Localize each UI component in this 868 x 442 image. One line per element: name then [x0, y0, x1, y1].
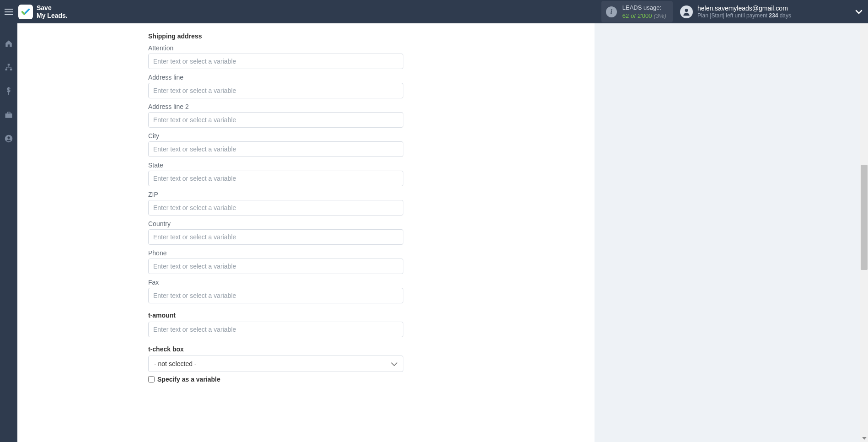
label-fax: Fax: [148, 279, 403, 286]
menu-toggle[interactable]: [0, 0, 17, 23]
user-menu[interactable]: helen.savemyleads@gmail.com Plan |Start|…: [680, 4, 791, 20]
field-fax: Fax: [148, 279, 403, 303]
svg-rect-1: [8, 64, 10, 66]
field-attention: Attention: [148, 44, 403, 69]
field-address-line: Address line: [148, 74, 403, 98]
field-country: Country: [148, 220, 403, 245]
label-address-line2: Address line 2: [148, 103, 403, 110]
input-phone[interactable]: [148, 259, 403, 274]
field-city: City: [148, 132, 403, 157]
field-state: State: [148, 162, 403, 186]
input-address-line[interactable]: [148, 83, 403, 98]
input-fax[interactable]: [148, 288, 403, 303]
label-zip: ZIP: [148, 191, 403, 198]
label-address-line: Address line: [148, 74, 403, 81]
input-zip[interactable]: [148, 200, 403, 216]
label-phone: Phone: [148, 249, 403, 257]
logo-text: Save My Leads.: [37, 4, 68, 20]
logo-icon: [18, 5, 33, 19]
label-t-checkbox: t-check box: [148, 345, 403, 353]
section-title: Shipping address: [148, 32, 403, 40]
form-column: Shipping address Attention Address line …: [148, 32, 403, 383]
checkbox-specify-variable[interactable]: [148, 376, 155, 383]
usage-of: of: [631, 12, 636, 20]
input-address-line2[interactable]: [148, 112, 403, 128]
user-circle-icon: [5, 135, 13, 143]
field-address-line2: Address line 2: [148, 103, 403, 128]
user-plan: Plan |Start| left until payment 234 days: [697, 12, 791, 20]
sitemap-icon: [5, 63, 13, 71]
checkbox-label: Specify as a variable: [157, 376, 220, 383]
dollar-icon: [6, 87, 11, 95]
info-icon: i: [606, 6, 617, 17]
scroll-down-icon[interactable]: [860, 434, 868, 442]
usage-text: LEADS usage: 62 of 2'000 (3%): [622, 4, 666, 20]
select-value: - not selected -: [154, 360, 197, 367]
field-t-amount: [148, 322, 403, 337]
sidebar-item-account[interactable]: [0, 132, 17, 145]
input-state[interactable]: [148, 171, 403, 186]
svg-point-6: [7, 136, 10, 139]
chevron-down-icon: [855, 10, 863, 14]
usage-label: LEADS usage:: [622, 4, 666, 12]
svg-rect-3: [10, 69, 12, 70]
topbar: Save My Leads. i LEADS usage: 62 of 2'00…: [0, 0, 868, 23]
sidebar: [0, 23, 17, 442]
expand-toggle[interactable]: [855, 8, 863, 16]
field-zip: ZIP: [148, 191, 403, 216]
sidebar-item-home[interactable]: [0, 37, 17, 50]
specify-variable-row: Specify as a variable: [148, 376, 403, 383]
input-attention[interactable]: [148, 54, 403, 69]
svg-point-0: [685, 9, 688, 12]
svg-rect-2: [5, 69, 8, 70]
label-country: Country: [148, 220, 403, 227]
input-city[interactable]: [148, 141, 403, 157]
chevron-down-icon: [391, 360, 397, 367]
briefcase-icon: [5, 111, 13, 119]
logo[interactable]: Save My Leads.: [18, 4, 68, 20]
user-email: helen.savemyleads@gmail.com: [697, 4, 791, 12]
main-area: Shipping address Attention Address line …: [17, 23, 868, 442]
user-icon: [682, 7, 691, 16]
sidebar-item-partner[interactable]: [0, 108, 17, 121]
sidebar-item-billing[interactable]: [0, 85, 17, 97]
home-icon: [5, 39, 13, 48]
usage-total: 2'000: [638, 12, 652, 20]
input-country[interactable]: [148, 229, 403, 245]
usage-current: 62: [622, 12, 629, 20]
sidebar-item-connections[interactable]: [0, 61, 17, 74]
scrollbar[interactable]: [860, 0, 868, 442]
field-phone: Phone: [148, 249, 403, 274]
label-attention: Attention: [148, 44, 403, 52]
usage-pct: (3%): [654, 12, 666, 20]
avatar: [680, 5, 693, 18]
usage-meter[interactable]: i LEADS usage: 62 of 2'000 (3%): [601, 1, 673, 22]
svg-rect-4: [5, 113, 12, 118]
user-text: helen.savemyleads@gmail.com Plan |Start|…: [697, 4, 791, 20]
label-state: State: [148, 162, 403, 169]
label-city: City: [148, 132, 403, 140]
select-t-checkbox[interactable]: - not selected -: [148, 356, 403, 372]
scrollbar-thumb[interactable]: [861, 165, 868, 270]
label-t-amount: t-amount: [148, 312, 403, 319]
input-t-amount[interactable]: [148, 322, 403, 337]
content-card: Shipping address Attention Address line …: [17, 23, 595, 442]
field-t-checkbox: - not selected - Specify as a variable: [148, 356, 403, 383]
hamburger-icon: [5, 9, 13, 15]
